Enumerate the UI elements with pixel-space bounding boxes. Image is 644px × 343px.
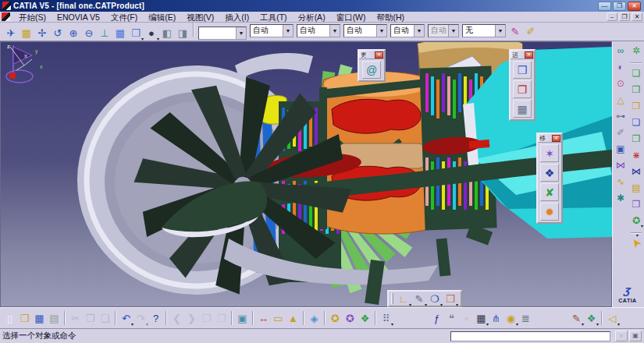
doc-restore-button[interactable]: ❐ bbox=[619, 12, 630, 21]
sketch-ruler-icon[interactable]: ✐ bbox=[614, 126, 628, 140]
shading-edges-icon[interactable]: ◧ bbox=[159, 25, 175, 41]
structure-palette[interactable]: 运 ✕ ❒❐▦ bbox=[509, 49, 535, 121]
menu-start[interactable]: 开始(S) bbox=[13, 12, 52, 23]
update-all-icon[interactable]: @ bbox=[362, 61, 381, 79]
isometric-view-icon[interactable]: ❒▾ bbox=[128, 25, 144, 41]
multi-view-icon[interactable]: ▦ bbox=[112, 25, 128, 41]
menu-window[interactable]: 窗口(W) bbox=[331, 12, 372, 23]
generate-numbering-icon[interactable]: ▤ bbox=[629, 181, 643, 195]
camera-capture-icon[interactable]: ▣ bbox=[235, 310, 250, 326]
copy-icon[interactable]: ❐ bbox=[83, 310, 98, 326]
dropdown-arrow-icon[interactable]: ▾ bbox=[391, 321, 393, 327]
graphic-properties-combo-1[interactable]: 自动▼ bbox=[250, 24, 294, 37]
numbering-icon[interactable]: ▦ bbox=[513, 100, 532, 118]
shape-globe-1-icon[interactable]: ✪ bbox=[328, 310, 343, 326]
palette-close-icon[interactable]: ✕ bbox=[552, 135, 560, 142]
fit-all-in-icon[interactable]: ▦ bbox=[19, 25, 34, 41]
wizard-highlight-icon[interactable]: ✐ bbox=[523, 24, 539, 40]
shape-multicolor-icon[interactable]: ❖ bbox=[358, 310, 372, 326]
grid-points-icon[interactable]: ⠿▾ bbox=[379, 310, 393, 326]
move-palette[interactable]: 移 ✕ ✶❖✘✹ bbox=[536, 133, 563, 224]
measure-mini-toolbar[interactable]: ∟▾✎▾❍▾❒▾ bbox=[387, 290, 462, 307]
graphic-properties-combo-2[interactable]: 自动▼ bbox=[297, 24, 340, 37]
small-note-icon[interactable]: ▫ bbox=[459, 310, 474, 326]
snap-icon[interactable]: ❖ bbox=[540, 164, 559, 182]
select-pointer-icon[interactable]: ➤▾ bbox=[626, 233, 644, 253]
announcement-horn-icon[interactable]: ◁▾ bbox=[605, 310, 620, 326]
new-product-icon[interactable]: ❐ bbox=[629, 83, 643, 97]
formula-fx-icon[interactable]: ƒ bbox=[429, 310, 444, 326]
measure-item-2-icon[interactable]: ▭ bbox=[271, 310, 286, 326]
menu-help[interactable]: 帮助(H) bbox=[372, 12, 411, 23]
paint-properties-icon[interactable]: ✎ bbox=[507, 24, 523, 40]
explode-icon[interactable]: ✹ bbox=[540, 203, 559, 221]
menu-edit[interactable]: 编辑(E) bbox=[143, 12, 181, 23]
combo-dropdown-icon[interactable]: ▼ bbox=[414, 25, 424, 37]
lock-parameter-icon[interactable]: ◉▾ bbox=[503, 310, 518, 326]
measure-between-icon[interactable]: ↔ bbox=[256, 310, 271, 326]
selective-load-icon[interactable]: ❐ bbox=[629, 197, 643, 211]
combo-dropdown-icon[interactable]: ▼ bbox=[329, 25, 340, 37]
fly-forward-icon[interactable]: ❯ bbox=[184, 310, 199, 326]
relations-tree-icon[interactable]: ⋔ bbox=[489, 310, 503, 326]
dropdown-arrow-icon[interactable]: ▾ bbox=[456, 302, 458, 307]
view-specs-icon[interactable]: ∞ bbox=[614, 44, 628, 58]
erase-geometry-icon[interactable]: ◈ bbox=[307, 310, 322, 326]
design-table-icon[interactable]: ▦▾ bbox=[474, 310, 489, 326]
walk-mode-icon[interactable]: ❒ bbox=[199, 310, 214, 326]
graphic-properties-combo-6[interactable]: 无▼ bbox=[462, 24, 506, 37]
doc-close-button[interactable]: ✕ bbox=[632, 12, 642, 21]
magnify-glass-icon[interactable]: ❍▾ bbox=[427, 291, 443, 306]
assembly-gears-icon[interactable]: ✲ bbox=[629, 44, 643, 58]
fly-mode-icon[interactable]: ✈ bbox=[3, 25, 19, 41]
multi-instantiation-icon[interactable]: ✪▾ bbox=[629, 214, 643, 228]
camera-icon[interactable]: ⊙ bbox=[614, 76, 628, 90]
restore-button[interactable]: ❐ bbox=[613, 2, 626, 11]
3d-section-cube-icon[interactable]: ❒▾ bbox=[443, 291, 458, 306]
depth-effect-icon[interactable]: ⊶ bbox=[614, 109, 628, 123]
menu-enovia[interactable]: ENOVIA V5 bbox=[52, 12, 105, 23]
comment-bubble-icon[interactable]: ❝ bbox=[444, 310, 459, 326]
zoom-out-icon[interactable]: ⊖ bbox=[81, 25, 97, 41]
graphic-properties-combo-5[interactable]: 自动▼ bbox=[428, 24, 459, 37]
open-document-icon[interactable]: ❒ bbox=[17, 310, 32, 326]
new-part-icon[interactable]: ❒ bbox=[629, 99, 643, 113]
combo-dropdown-icon[interactable]: ▼ bbox=[376, 25, 386, 37]
existing-component-icon[interactable]: ❏ bbox=[629, 115, 643, 129]
status-option-1-button[interactable]: ▫ bbox=[615, 331, 628, 341]
undo-icon[interactable]: ↶▾ bbox=[119, 310, 133, 326]
new-component-icon[interactable]: ❏ bbox=[629, 66, 643, 80]
graphic-properties-combo-4[interactable]: 自动▼ bbox=[390, 24, 425, 37]
shape-globe-2-icon[interactable]: ✪ bbox=[343, 310, 358, 326]
rotate-icon[interactable]: ↺ bbox=[50, 25, 66, 41]
fly-back-icon[interactable]: ❮ bbox=[169, 310, 184, 326]
render-style-icon[interactable]: ●▾ bbox=[144, 25, 159, 41]
cut-icon[interactable]: ✂ bbox=[68, 310, 83, 326]
graphic-properties-combo-3[interactable]: 自动▼ bbox=[343, 24, 387, 37]
manipulate-compass-icon[interactable]: ✶ bbox=[540, 144, 559, 162]
graphic-properties-combo-0[interactable]: ▼ bbox=[198, 27, 247, 40]
generate-structure-icon[interactable]: ❐ bbox=[513, 80, 532, 98]
paste-icon[interactable]: ❑ bbox=[98, 310, 112, 326]
mechanism-gears-icon[interactable]: ✱ bbox=[614, 191, 628, 205]
pan-icon[interactable]: ✢ bbox=[34, 25, 50, 41]
dropdown-arrow-icon[interactable]: ▾ bbox=[617, 321, 620, 327]
replace-component-icon[interactable]: ⋇ bbox=[629, 148, 643, 162]
existing-with-positioning-icon[interactable]: ❐ bbox=[629, 132, 643, 146]
normal-view-icon[interactable]: ⊥ bbox=[97, 25, 112, 41]
minimize-button[interactable]: — bbox=[598, 2, 611, 11]
whats-this-help-icon[interactable]: ? bbox=[148, 310, 163, 326]
magnifier-screen-icon[interactable]: ▣ bbox=[614, 142, 628, 156]
mass-properties-icon[interactable]: ▲ bbox=[286, 310, 301, 326]
combo-dropdown-icon[interactable]: ▼ bbox=[283, 25, 293, 37]
measure-item-icon[interactable]: ∟▾ bbox=[396, 291, 411, 306]
smart-move-icon[interactable]: ✘ bbox=[540, 183, 559, 201]
product-structure-icon[interactable]: ❒ bbox=[513, 61, 532, 79]
update-palette[interactable]: 更 ✕ @ bbox=[358, 49, 386, 82]
annotation-icon[interactable]: ✎▾ bbox=[411, 291, 427, 306]
menu-insert[interactable]: 插入(I) bbox=[219, 12, 254, 23]
combo-dropdown-icon[interactable]: ▼ bbox=[236, 27, 246, 39]
menu-file[interactable]: 文件(F) bbox=[105, 12, 143, 23]
menu-tools[interactable]: 工具(T) bbox=[254, 12, 292, 23]
examine-mode-icon[interactable]: ❐ bbox=[214, 310, 229, 326]
